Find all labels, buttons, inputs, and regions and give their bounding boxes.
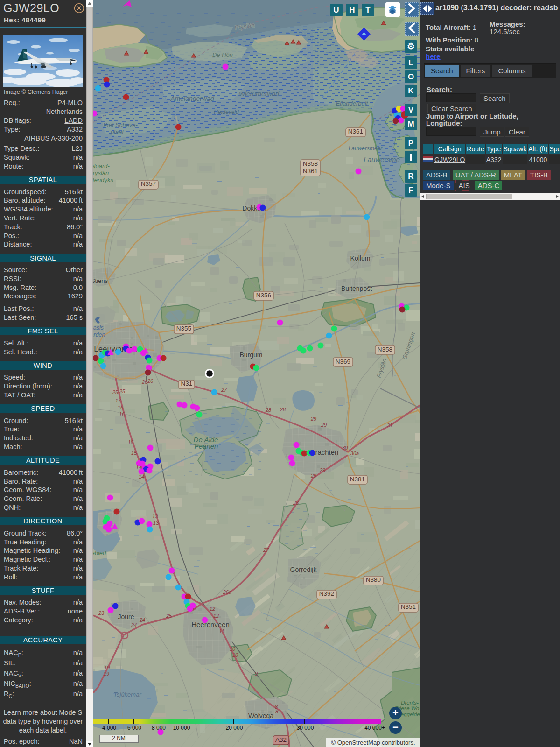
svg-text:28: 28 — [293, 500, 299, 506]
svg-text:29: 29 — [319, 467, 325, 473]
svg-text:13: 13 — [153, 520, 159, 526]
svg-text:11: 11 — [219, 628, 224, 634]
svg-text:19: 19 — [104, 671, 109, 677]
svg-text:15: 15 — [131, 450, 137, 456]
svg-text:30: 30 — [342, 445, 348, 451]
svg-text:25: 25 — [119, 388, 126, 394]
svg-text:N361: N361 — [303, 168, 318, 175]
svg-text:Piet Scheve-: Piet Scheve- — [103, 121, 138, 128]
svg-text:Amelanderwad: Amelanderwad — [170, 95, 215, 102]
svg-text:Noard-: Noard- — [93, 162, 110, 169]
svg-text:28: 28 — [280, 407, 286, 412]
svg-text:gbasis: gbasis — [93, 324, 104, 331]
svg-text:Lauwersme: Lauwersme — [364, 155, 400, 163]
svg-text:27: 27 — [221, 387, 227, 393]
svg-text:12: 12 — [210, 606, 215, 612]
svg-text:Eilanderbult: Eilanderbult — [336, 100, 369, 107]
svg-text:ûtendyks: ûtendyks — [93, 176, 114, 183]
svg-text:N358: N358 — [378, 346, 392, 353]
svg-text:26: 26 — [147, 378, 154, 384]
svg-text:24: 24 — [131, 622, 137, 628]
svg-text:Heerenveen: Heerenveen — [191, 620, 230, 628]
svg-text:N392: N392 — [319, 590, 334, 597]
svg-text:12: 12 — [213, 613, 219, 619]
svg-text:13: 13 — [152, 514, 158, 519]
svg-text:N381: N381 — [350, 476, 365, 483]
svg-text:A32: A32 — [275, 736, 287, 743]
svg-text:26a: 26a — [223, 589, 231, 595]
svg-text:Kollum: Kollum — [350, 254, 371, 262]
svg-text:Lauwersmeer: Lauwersmeer — [349, 145, 383, 152]
svg-text:25: 25 — [166, 613, 172, 619]
svg-text:N369: N369 — [336, 358, 350, 365]
svg-text:29: 29 — [321, 422, 327, 428]
svg-text:Burgum: Burgum — [239, 351, 262, 359]
svg-text:10: 10 — [232, 652, 238, 658]
svg-text:N358: N358 — [303, 160, 318, 167]
svg-text:15: 15 — [128, 439, 134, 445]
svg-text:Stiens: Stiens — [93, 277, 108, 284]
svg-text:Tsjûkemar: Tsjûkemar — [113, 691, 141, 698]
svg-text:N357: N357 — [141, 180, 156, 187]
svg-text:24: 24 — [139, 617, 145, 623]
svg-text:N31: N31 — [181, 380, 193, 387]
svg-text:9: 9 — [255, 671, 258, 677]
svg-text:N355: N355 — [176, 325, 191, 332]
svg-text:19: 19 — [104, 665, 110, 670]
svg-text:N356: N356 — [256, 292, 271, 299]
svg-text:23: 23 — [98, 610, 105, 616]
svg-text:Fryslân: Fryslân — [93, 169, 109, 176]
svg-text:26: 26 — [141, 379, 148, 385]
svg-text:Heideveld: Heideveld — [214, 109, 239, 115]
svg-text:ergebied: ergebied — [93, 550, 106, 557]
svg-text:N361: N361 — [348, 128, 363, 135]
svg-text:29: 29 — [310, 416, 316, 422]
svg-text:25: 25 — [112, 389, 119, 395]
svg-text:27: 27 — [263, 547, 269, 553]
svg-text:Drents-: Drents- — [401, 700, 419, 705]
svg-text:28: 28 — [265, 407, 272, 413]
svg-text:17: 17 — [115, 398, 121, 403]
svg-text:29: 29 — [310, 473, 316, 479]
svg-text:8: 8 — [275, 709, 279, 714]
svg-text:16: 16 — [118, 405, 124, 410]
svg-text:plaat: plaat — [110, 128, 125, 135]
svg-text:10: 10 — [230, 646, 236, 652]
svg-text:16: 16 — [119, 411, 125, 417]
svg-text:Feanen: Feanen — [195, 442, 218, 450]
svg-text:14: 14 — [139, 474, 144, 479]
svg-text:Joure: Joure — [118, 613, 134, 620]
svg-text:De Hôn: De Hôn — [212, 51, 233, 58]
svg-text:N351: N351 — [401, 603, 416, 610]
svg-text:Buitenpost: Buitenpost — [341, 285, 372, 292]
svg-text:31: 31 — [387, 423, 392, 428]
svg-text:30a: 30a — [350, 451, 359, 456]
svg-text:warden: warden — [93, 331, 105, 338]
svg-text:Gorredijk: Gorredijk — [290, 566, 317, 573]
svg-text:Wierumerwad: Wierumerwad — [239, 90, 280, 98]
svg-text:N380: N380 — [366, 576, 381, 583]
